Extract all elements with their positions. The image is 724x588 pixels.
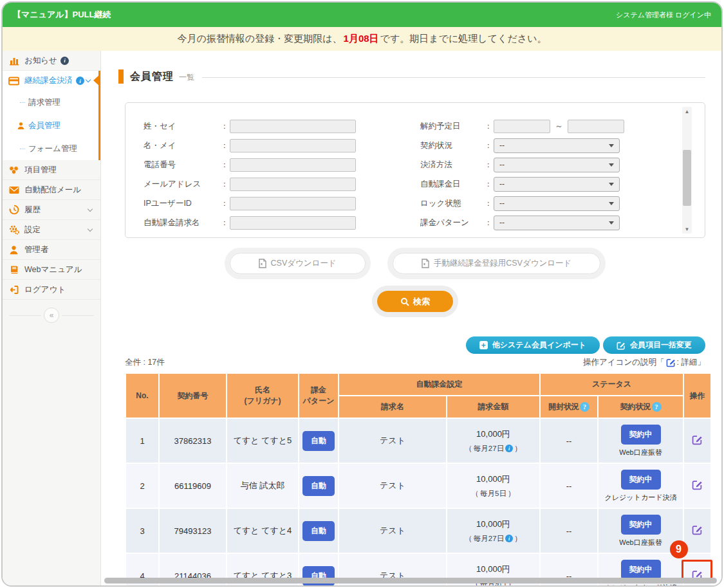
email-input[interactable] bbox=[230, 178, 356, 191]
person-icon bbox=[17, 121, 26, 130]
top-header: 【マニュアル】PULL継続 システム管理者様 ログイン中 bbox=[3, 3, 721, 27]
notice-bar: 今月の振替情報の登録・変更期限は、 1月08日 です。期日までに処理してください… bbox=[3, 27, 721, 51]
file-icon bbox=[259, 259, 266, 268]
lock-status-select[interactable]: -- bbox=[494, 196, 620, 211]
tree-stub bbox=[20, 102, 25, 103]
sidebar-item-member-management[interactable]: 会員管理 bbox=[3, 114, 98, 137]
import-members-button[interactable]: + 他システム会員インポート bbox=[466, 336, 600, 354]
sidebar-item-history[interactable]: 履歴 bbox=[3, 200, 100, 220]
col-pattern: 課金パターン bbox=[299, 373, 339, 418]
chevron-down-icon bbox=[86, 77, 91, 82]
help-icon[interactable]: ? bbox=[652, 402, 662, 412]
icon-legend: 操作アイコンの説明「 : 詳細」 bbox=[583, 357, 705, 368]
sidebar-item-form-management[interactable]: フォーム管理 bbox=[3, 137, 98, 160]
payment-method-select[interactable]: -- bbox=[494, 158, 620, 172]
phone-number-input[interactable] bbox=[230, 158, 356, 172]
last-name-kana-input[interactable] bbox=[230, 120, 356, 133]
search-button[interactable]: 検索 bbox=[377, 291, 453, 312]
auto-billing-day-select[interactable]: -- bbox=[494, 177, 620, 192]
chevron-down-icon bbox=[609, 202, 614, 205]
col-contract-no: 契約番号 bbox=[159, 373, 227, 418]
sidebar-item-recurring-billing[interactable]: 継続課金決済 i bbox=[3, 71, 98, 91]
sidebar-item-invoice-management[interactable]: 請求管理 bbox=[3, 91, 98, 114]
scroll-up-arrow[interactable]: ▲ bbox=[682, 107, 692, 116]
search-panel: 姓・セイ： 名・メイ： 電話番号： メールアドレス： IPユーザーID： 自動課… bbox=[125, 102, 705, 238]
notice-suffix: です。期日までに処理してください。 bbox=[380, 33, 547, 45]
edit-icon bbox=[692, 524, 703, 535]
sidebar-item-logout[interactable]: ログアウト bbox=[3, 280, 100, 300]
billing-pattern-select[interactable]: -- bbox=[494, 216, 620, 230]
pattern-badge[interactable]: 自動 bbox=[302, 476, 335, 496]
sidebar-item-label: 継続課金決済 bbox=[24, 75, 73, 86]
table-row: 1 37862313 てすと てすと5 自動 テスト 10,000円 （ 毎月2… bbox=[125, 418, 711, 463]
sidebar-item-auto-mail[interactable]: 自動配信メール bbox=[3, 180, 100, 200]
notice-prefix: 今月の振替情報の登録・変更期限は、 bbox=[178, 33, 342, 45]
contract-status-badge[interactable]: 契約中 bbox=[621, 560, 661, 580]
edit-member-button[interactable] bbox=[691, 523, 704, 538]
contract-status-badge[interactable]: 契約中 bbox=[621, 470, 661, 490]
edit-icon bbox=[617, 341, 626, 350]
sidebar-group-billing: 継続課金決済 i 請求管理 会員管理 フォーム管理 bbox=[3, 71, 100, 160]
page-title: 会員管理 bbox=[130, 70, 174, 84]
page-subtitle: 一覧 bbox=[179, 72, 194, 83]
chevron-down-icon bbox=[609, 183, 614, 186]
table-row: 3 79493123 てすと てすと4 自動 テスト 10,000円 （ 毎月2… bbox=[125, 508, 711, 553]
col-group-status: ステータス bbox=[540, 373, 683, 396]
help-icon[interactable]: ? bbox=[580, 402, 589, 412]
logout-icon bbox=[8, 284, 19, 295]
notice-deadline: 1月08日 bbox=[344, 33, 379, 45]
sidebar-item-administrators[interactable]: 管理者 bbox=[3, 240, 100, 260]
sidebar-item-settings[interactable]: 設定 bbox=[3, 220, 100, 240]
edit-icon bbox=[692, 434, 703, 445]
info-icon: i bbox=[505, 445, 513, 452]
pattern-badge[interactable]: 自動 bbox=[302, 521, 335, 541]
info-icon: i bbox=[60, 57, 69, 65]
scrollbar-thumb[interactable] bbox=[683, 150, 691, 206]
coins-icon bbox=[8, 165, 19, 176]
members-table: No. 契約番号 氏名(フリガナ) 課金パターン 自動課金設定 ステータス 操作… bbox=[125, 372, 712, 587]
sidebar-item-news[interactable]: お知らせ i bbox=[3, 51, 100, 71]
title-rule bbox=[202, 77, 705, 78]
contract-status-select[interactable]: -- bbox=[494, 138, 620, 153]
plus-icon: + bbox=[479, 341, 488, 349]
sidebar-item-label: お知らせ bbox=[24, 55, 57, 66]
payment-method: Web口座振替 bbox=[599, 538, 683, 547]
book-icon bbox=[8, 264, 19, 275]
bulk-update-button[interactable]: 会員項目一括変更 bbox=[603, 336, 705, 354]
edit-icon bbox=[666, 358, 676, 367]
pattern-badge[interactable]: 自動 bbox=[302, 431, 335, 451]
contract-status-badge[interactable]: 契約中 bbox=[621, 515, 661, 535]
cancel-date-to-input[interactable] bbox=[568, 120, 624, 133]
col-name: 氏名(フリガナ) bbox=[227, 373, 299, 418]
main-content: 会員管理 一覧 姓・セイ： 名・メイ： 電話番号： メールアドレス： IPユーザ… bbox=[101, 51, 721, 587]
payment-method: Web口座振替 bbox=[599, 448, 683, 457]
contract-status-badge[interactable]: 契約中 bbox=[621, 425, 661, 445]
sidebar-item-field-management[interactable]: 項目管理 bbox=[3, 160, 100, 180]
sidebar-collapse-row: « bbox=[3, 300, 100, 331]
first-name-kana-input[interactable] bbox=[230, 139, 356, 152]
payment-method: クレジットカード決済 bbox=[599, 493, 683, 502]
scroll-down-arrow[interactable]: ▼ bbox=[682, 225, 692, 234]
history-icon bbox=[8, 205, 19, 216]
title-accent-bar bbox=[118, 69, 124, 84]
csv-download-button[interactable]: CSVダウンロード bbox=[230, 253, 366, 274]
edit-member-button[interactable] bbox=[691, 478, 704, 493]
cancel-date-from-input[interactable] bbox=[494, 120, 550, 133]
manual-csv-download-button[interactable]: 手動継続課金登録用CSVダウンロード bbox=[393, 253, 601, 274]
auto-billing-name-input[interactable] bbox=[230, 216, 356, 230]
gear-icon bbox=[8, 225, 19, 235]
ip-user-id-input[interactable] bbox=[230, 197, 356, 210]
edit-member-button[interactable] bbox=[691, 433, 704, 448]
col-contract-status: 契約状況? bbox=[598, 396, 683, 418]
chevron-down-icon bbox=[609, 144, 614, 147]
bar-chart-icon bbox=[8, 55, 19, 66]
horizontal-scrollbar-thumb[interactable] bbox=[104, 578, 717, 583]
info-icon: i bbox=[76, 77, 84, 85]
table-row: 2 66119609 与信 試太郎 自動 テスト 10,000円 （ 毎月5日i… bbox=[125, 463, 711, 508]
person-icon bbox=[8, 244, 19, 255]
sidebar-collapse-button[interactable]: « bbox=[44, 308, 59, 323]
file-icon bbox=[422, 259, 429, 268]
info-icon: i bbox=[505, 535, 513, 542]
sidebar-item-web-manual[interactable]: Webマニュアル bbox=[3, 260, 100, 280]
chevron-down-icon bbox=[88, 206, 93, 211]
